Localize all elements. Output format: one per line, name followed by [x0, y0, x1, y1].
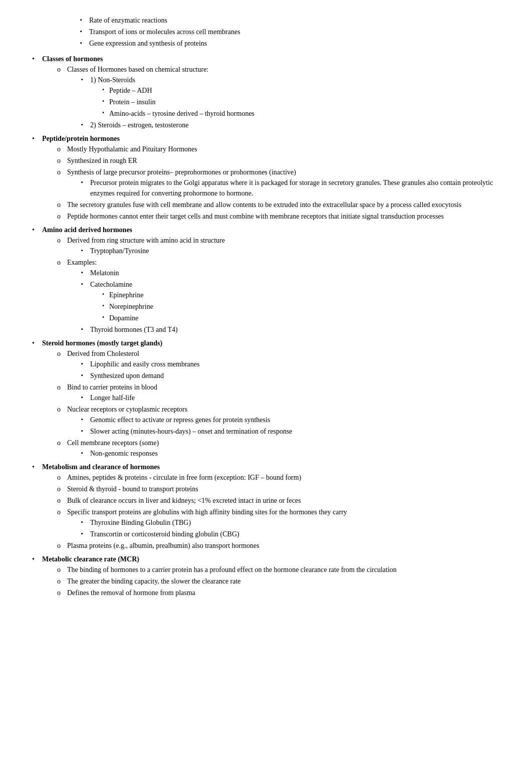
- list-item: Norepinephrine: [102, 301, 501, 312]
- list-item: Defines the removal of hormone from plas…: [57, 588, 501, 598]
- list-item: Derived from Cholesterol Lipophilic and …: [57, 348, 501, 381]
- list-item: Epinephrine: [102, 290, 501, 300]
- list-item: Genomic effect to activate or repress ge…: [81, 415, 501, 425]
- section-title: Amino acid derived hormones: [42, 226, 132, 234]
- sections-list: Classes of hormones Classes of Hormones …: [30, 54, 501, 598]
- section-steroid-hormones: Steroid hormones (mostly target glands) …: [30, 338, 501, 459]
- list-item: Synthesis of large precursor proteins– p…: [57, 167, 501, 199]
- list-item: The secretory granules fuse with cell me…: [57, 200, 501, 210]
- list-item: Peptide – ADH: [102, 85, 501, 96]
- list-item: Thyroxine Binding Globulin (TBG): [81, 517, 501, 528]
- intro-bullets: Rate of enzymatic reactions Transport of…: [30, 15, 501, 49]
- list-item: Protein – insulin: [102, 97, 501, 107]
- list-item: The binding of hormones to a carrier pro…: [57, 564, 501, 575]
- list-item: Rate of enzymatic reactions: [80, 15, 501, 26]
- section-metabolism-clearance: Metabolism and clearance of hormones Ami…: [30, 462, 501, 551]
- section-metabolic-clearance-rate: Metabolic clearance rate (MCR) The bindi…: [30, 554, 501, 598]
- list-item: Specific transport proteins are globulin…: [57, 507, 501, 539]
- main-content: Rate of enzymatic reactions Transport of…: [30, 15, 501, 598]
- list-item: Bind to carrier proteins in blood Longer…: [57, 382, 501, 403]
- list-item: 1) Non-Steroids Peptide – ADH Protein – …: [81, 75, 501, 119]
- section-title: Metabolic clearance rate (MCR): [42, 555, 139, 563]
- list-item: Steroid & thyroid - bound to transport p…: [57, 484, 501, 494]
- list-item: Tryptophan/Tyrosine: [81, 246, 501, 256]
- list-item: Catecholamine Epinephrine Norepinephrine…: [81, 279, 501, 323]
- section-title: Steroid hormones (mostly target glands): [42, 339, 162, 347]
- list-item: Cell membrane receptors (some) Non-genom…: [57, 438, 501, 459]
- list-item: Dopamine: [102, 313, 501, 323]
- list-item: Precursor protein migrates to the Golgi …: [81, 177, 501, 199]
- list-item: Mostly Hypothalamic and Pituitary Hormon…: [57, 144, 501, 154]
- list-item: 2) Steroids – estrogen, testosterone: [81, 120, 501, 130]
- list-item: Derived from ring structure with amino a…: [57, 235, 501, 256]
- list-item: Synthesized in rough ER: [57, 155, 501, 166]
- list-item: Lipophilic and easily cross membranes: [81, 359, 501, 369]
- list-item: Thyroid hormones (T3 and T4): [81, 324, 501, 335]
- section-title: Classes of hormones: [42, 55, 103, 63]
- list-item: Gene expression and synthesis of protein…: [80, 38, 501, 49]
- list-item: Synthesized upon demand: [81, 370, 501, 381]
- list-item: Transcortin or corticosteroid binding gl…: [81, 529, 501, 539]
- list-item: Melatonin: [81, 268, 501, 278]
- section-title: Metabolism and clearance of hormones: [42, 463, 160, 471]
- list-item: Slower acting (minutes-hours-days) – ons…: [81, 426, 501, 437]
- section-title: Peptide/protein hormones: [42, 135, 120, 142]
- list-item: Transport of ions or molecules across ce…: [80, 27, 501, 37]
- list-item: Amines, peptides & proteins - circulate …: [57, 472, 501, 483]
- list-item: The greater the binding capacity, the sl…: [57, 576, 501, 587]
- list-item: Classes of Hormones based on chemical st…: [57, 64, 501, 130]
- section-classes-of-hormones: Classes of hormones Classes of Hormones …: [30, 54, 501, 130]
- section-amino-acid-derived-hormones: Amino acid derived hormones Derived from…: [30, 225, 501, 335]
- list-item: Bulk of clearance occurs in liver and ki…: [57, 495, 501, 506]
- list-item: Examples: Melatonin Catecholamine Epinep…: [57, 257, 501, 335]
- list-item: Peptide hormones cannot enter their targ…: [57, 211, 501, 222]
- section-peptide-protein-hormones: Peptide/protein hormones Mostly Hypothal…: [30, 133, 501, 222]
- list-item: Non-genomic responses: [81, 448, 501, 459]
- list-item: Amino-acids – tyrosine derived – thyroid…: [102, 108, 501, 119]
- list-item: Nuclear receptors or cytoplasmic recepto…: [57, 404, 501, 437]
- list-item: Plasma proteins (e.g., albumin, prealbum…: [57, 540, 501, 551]
- list-item: Longer half-life: [81, 393, 501, 403]
